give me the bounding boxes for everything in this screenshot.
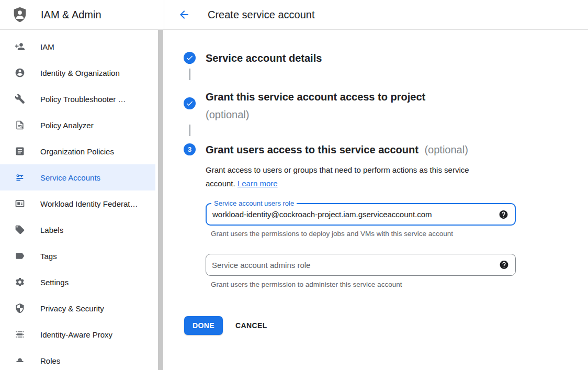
step2-title-text: Grant this service account access to pro… [206,91,425,103]
cancel-button[interactable]: CANCEL [235,316,267,335]
sidebar-item-label: IAM [40,42,54,51]
sidebar-item-label: Policy Troubleshooter … [40,95,126,104]
sidebar-item-identity-aware-proxy[interactable]: Identity-Aware Proxy [0,321,155,347]
step3-title-text: Grant users access to this service accou… [206,144,419,155]
step2-title[interactable]: Grant this service account access to pro… [206,88,425,124]
back-arrow-icon[interactable] [178,8,190,21]
help-icon[interactable] [499,209,508,219]
step3-description: Grant access to users or groups that nee… [206,163,496,190]
check-icon [186,54,194,62]
users-role-field-label: Service account users role [211,199,297,207]
sidebar-item-label: Privacy & Security [40,304,104,313]
wrench-icon [15,94,25,104]
doc-gear-icon [15,120,25,130]
sidebar-item-label: Tags [40,252,57,261]
sidebar-item-label: Identity-Aware Proxy [40,330,112,339]
sidebar-item-label: Policy Analyzer [40,121,94,130]
shield-half-icon [15,303,25,313]
step1-completed-circle [184,52,196,64]
service-account-key-icon [15,172,25,183]
sidebar-item-label: Workload Identity Federat… [40,199,138,208]
sidebar-item-settings[interactable]: Settings [0,269,155,295]
page-title: Create service account [208,0,315,29]
admins-role-field [206,254,516,276]
proxy-icon [15,329,25,340]
users-role-field: Service account users role [206,203,516,226]
sidebar-item-label: Service Accounts [40,173,100,182]
doc-lines-icon [15,146,25,156]
sidebar-divider [164,0,164,370]
step-connector [189,125,190,136]
step1-title[interactable]: Service account details [206,52,322,64]
sidebar-item-label: Settings [40,278,69,287]
help-icon[interactable] [499,260,509,270]
sidebar-item-policy-analyzer[interactable]: Policy Analyzer [0,112,155,138]
sidebar-item-organization-policies[interactable]: Organization Policies [0,138,155,164]
sidebar-item-iam[interactable]: IAM [0,33,155,60]
sidebar-item-workload-identity-federat[interactable]: Workload Identity Federat… [0,190,155,217]
person-add-icon [15,41,25,52]
step2-optional-label: (optional) [206,106,425,124]
label-arrow-icon [15,251,25,261]
sidebar-scrollbar[interactable] [157,30,164,370]
product-name: IAM & Admin [41,0,101,29]
tag-icon [15,225,25,235]
sidebar-item-privacy-security[interactable]: Privacy & Security [0,295,155,321]
sidebar-item-label: Identity & Organization [40,69,120,77]
sidebar-item-label: Organization Policies [40,147,114,156]
account-circle-icon [15,68,25,78]
gear-icon [15,277,25,287]
top-bar: IAM & Admin Create service account [0,0,588,30]
id-card-icon [15,198,25,209]
app-window: IAM & Admin Create service account IAM I… [0,0,588,370]
learn-more-link[interactable]: Learn more [238,179,278,188]
step3-number-circle: 3 [184,143,196,155]
admins-role-helper-text: Grant users the permission to administer… [211,281,402,288]
sidebar-nav: IAM Identity & Organization Policy Troub… [0,30,157,370]
sidebar-item-roles[interactable]: Roles [0,347,155,370]
check-icon [186,99,194,107]
sidebar-item-identity-organization[interactable]: Identity & Organization [0,60,155,86]
step-connector [189,69,190,80]
users-role-helper-text: Grant users the permissions to deploy jo… [211,230,453,238]
sidebar-item-labels[interactable]: Labels [0,217,155,243]
sidebar-item-service-accounts[interactable]: Service Accounts [0,164,155,190]
step3-optional-label: (optional) [424,144,468,155]
admins-role-input[interactable] [206,254,515,275]
sidebar-item-policy-troubleshooter[interactable]: Policy Troubleshooter … [0,86,155,112]
hat-icon [15,355,25,366]
sidebar-item-label: Labels [40,226,63,234]
done-button[interactable]: DONE [184,316,223,335]
step2-completed-circle [184,97,196,109]
sidebar-item-label: Roles [40,356,60,365]
step3-title: Grant users access to this service accou… [206,143,468,156]
iam-admin-shield-logo-icon [11,6,29,24]
sidebar-item-tags[interactable]: Tags [0,243,155,269]
